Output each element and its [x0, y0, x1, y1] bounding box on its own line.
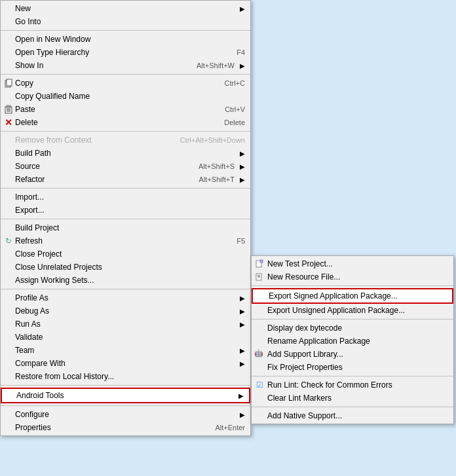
submenu-item-new-resource-file[interactable]: New Resource File... [252, 270, 453, 284]
menu-item-show-in[interactable]: Show In Alt+Shift+W ▶ [1, 59, 250, 72]
submenu-arrow-profile: ▶ [240, 295, 245, 302]
menu-item-close-project[interactable]: Close Project [1, 247, 250, 261]
submenu-separator-2 [252, 319, 453, 320]
submenu-separator-4 [252, 407, 453, 407]
new-resource-file-icon [254, 272, 265, 282]
submenu-item-new-test-project[interactable]: New Test Project... [252, 257, 453, 270]
submenu-arrow-refactor: ▶ [240, 176, 245, 183]
new-test-project-icon [254, 259, 265, 269]
menu-item-debug-as[interactable]: Debug As ▶ [1, 304, 250, 318]
menu-item-assign-working[interactable]: Assign Working Sets... [1, 274, 250, 287]
submenu-item-display-dex[interactable]: Display dex bytecode [252, 321, 453, 335]
menu-item-import[interactable]: Import... [1, 191, 250, 204]
submenu-item-export-signed[interactable]: Export Signed Application Package... [252, 288, 453, 304]
separator-4 [1, 188, 250, 189]
submenu-arrow-debug: ▶ [240, 308, 245, 315]
menu-item-go-into[interactable]: Go Into [1, 15, 250, 28]
menu-item-team[interactable]: Team ▶ [1, 344, 250, 357]
menu-item-build-path[interactable]: Build Path ▶ [1, 147, 250, 160]
separator-6 [1, 289, 250, 289]
submenu-item-rename-app[interactable]: Rename Application Package [252, 335, 453, 348]
menu-item-refactor[interactable]: Refactor Alt+Shift+T ▶ [1, 173, 250, 186]
menu-item-new[interactable]: New ▶ [1, 2, 250, 15]
context-menu: New ▶ Go Into Open in New Window Open Ty… [0, 0, 251, 436]
submenu-arrow-build-path: ▶ [240, 150, 245, 157]
submenu-arrow-new: ▶ [240, 5, 245, 12]
submenu-arrow-configure: ▶ [240, 411, 245, 418]
separator-3 [1, 131, 250, 132]
menu-item-paste[interactable]: Paste Ctrl+V [1, 103, 250, 116]
menu-item-configure[interactable]: Configure ▶ [1, 408, 250, 421]
submenu-item-fix-project[interactable]: Fix Project Properties [252, 361, 453, 374]
submenu-item-add-support[interactable]: 🤖 Add Support Library... [252, 348, 453, 361]
submenu-arrow-compare: ▶ [240, 360, 245, 367]
submenu-arrow-run: ▶ [240, 321, 245, 328]
menu-item-export[interactable]: Export... [1, 204, 250, 217]
menu-item-open-type-hierarchy[interactable]: Open Type Hierarchy F4 [1, 46, 250, 59]
menu-item-copy-qualified[interactable]: Copy Qualified Name [1, 90, 250, 103]
copy-icon [3, 78, 14, 88]
delete-icon: ✕ [3, 117, 14, 128]
menu-item-remove-context[interactable]: Remove from Context Ctrl+Alt+Shift+Down [1, 134, 250, 147]
menu-item-compare-with[interactable]: Compare With ▶ [1, 357, 250, 370]
submenu-item-run-lint[interactable]: ☑ Run Lint: Check for Common Errors [252, 378, 453, 392]
menu-item-restore-history[interactable]: Restore from Local History... [1, 370, 250, 383]
submenu-item-add-native[interactable]: Add Native Support... [252, 409, 453, 422]
submenu-arrow-team: ▶ [240, 347, 245, 354]
svg-rect-1 [7, 79, 12, 86]
menu-item-close-unrelated[interactable]: Close Unrelated Projects [1, 261, 250, 274]
android-tools-submenu: New Test Project... New Resource File...… [251, 255, 454, 424]
paste-icon [3, 104, 14, 115]
android-icon: 🤖 [254, 349, 265, 359]
menu-item-build-project[interactable]: Build Project [1, 221, 250, 234]
submenu-arrow-source: ▶ [240, 163, 245, 170]
submenu-item-export-unsigned[interactable]: Export Unsigned Application Package... [252, 304, 453, 317]
menu-item-profile-as[interactable]: Profile As ▶ [1, 291, 250, 304]
separator-5 [1, 219, 250, 219]
separator-1 [1, 30, 250, 31]
submenu-arrow-android: ▶ [238, 392, 244, 399]
svg-rect-8 [260, 260, 263, 263]
menu-item-properties[interactable]: Properties Alt+Enter [1, 421, 250, 434]
submenu-arrow-show-in: ▶ [240, 62, 245, 69]
separator-2 [1, 74, 250, 75]
menu-item-refresh[interactable]: ↻ Refresh F5 [1, 234, 250, 247]
submenu-separator-3 [252, 376, 453, 376]
separator-7 [1, 385, 250, 386]
menu-item-source[interactable]: Source Alt+Shift+S ▶ [1, 160, 250, 173]
submenu-separator-1 [252, 285, 453, 286]
refresh-icon: ↻ [3, 236, 14, 246]
separator-8 [1, 405, 250, 406]
menu-item-copy[interactable]: Copy Ctrl+C [1, 77, 250, 90]
menu-item-run-as[interactable]: Run As ▶ [1, 318, 250, 331]
submenu-item-clear-lint[interactable]: Clear Lint Markers [252, 392, 453, 405]
menu-item-delete[interactable]: ✕ Delete Delete [1, 116, 250, 129]
menu-item-validate[interactable]: Validate [1, 331, 250, 344]
menu-item-android-tools[interactable]: Android Tools ▶ [1, 388, 250, 403]
checkbox-icon: ☑ [254, 380, 265, 390]
menu-item-open-new-window[interactable]: Open in New Window [1, 33, 250, 46]
